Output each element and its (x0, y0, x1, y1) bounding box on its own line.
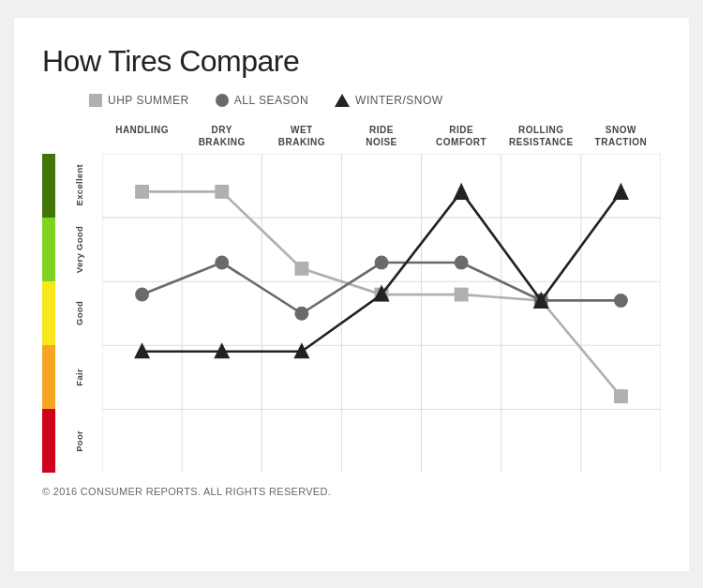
all-season-label: ALL SEASON (234, 94, 308, 107)
winter-snow-line (142, 191, 621, 351)
col-ride-noise: RIDENOISE (341, 124, 421, 154)
uhp-dot-4 (455, 287, 469, 301)
ws-dot-6 (613, 182, 629, 199)
ws-dot-4 (454, 182, 470, 199)
uhp-summer-label: UHP SUMMER (108, 94, 189, 107)
col-handling: HANDLING (102, 124, 182, 154)
uhp-dot-0 (135, 184, 149, 198)
y-label-good: Good (74, 301, 84, 325)
uhp-dot-2 (294, 261, 308, 275)
as-dot-4 (455, 255, 469, 269)
legend-all-season: ALL SEASON (216, 94, 308, 107)
as-dot-6 (614, 293, 628, 307)
col-wet-braking: WETBRAKING (262, 124, 341, 154)
col-snow-traction: SNOWTRACTION (581, 124, 661, 154)
legend-winter-snow: WINTER/SNOW (335, 94, 443, 107)
col-rolling-resistance: ROLLINGRESISTANCE (501, 124, 581, 154)
winter-snow-icon (335, 94, 350, 107)
uhp-summer-icon (89, 94, 102, 107)
uhp-dot-1 (215, 184, 229, 198)
page-title: How Tires Compare (42, 44, 661, 79)
legend-uhp-summer: UHP SUMMER (89, 94, 189, 107)
winter-snow-label: WINTER/SNOW (355, 94, 443, 107)
footer-text: © 2016 CONSUMER REPORTS. ALL RIGHTS RESE… (42, 486, 661, 497)
y-label-very-good: Very Good (74, 226, 84, 273)
y-label-poor: Poor (74, 430, 84, 452)
chart-area: Excellent Very Good Good Fair Poor (42, 124, 661, 474)
as-dot-2 (294, 306, 308, 320)
y-label-excellent: Excellent (74, 164, 84, 205)
as-dot-0 (135, 287, 149, 301)
chart-main: HANDLING DRYBRAKING WETBRAKING RIDENOISE… (102, 124, 661, 474)
card: How Tires Compare UHP SUMMER ALL SEASON … (14, 18, 689, 571)
y-label-fair: Fair (74, 369, 84, 386)
chart-svg (102, 154, 661, 474)
all-season-icon (216, 94, 229, 107)
col-ride-comfort: RIDECOMFORT (422, 124, 501, 154)
uhp-dot-6 (614, 389, 628, 403)
as-dot-1 (215, 255, 229, 269)
legend: UHP SUMMER ALL SEASON WINTER/SNOW (89, 94, 661, 107)
col-dry-braking: DRYBRAKING (182, 124, 262, 154)
as-dot-3 (375, 255, 389, 269)
